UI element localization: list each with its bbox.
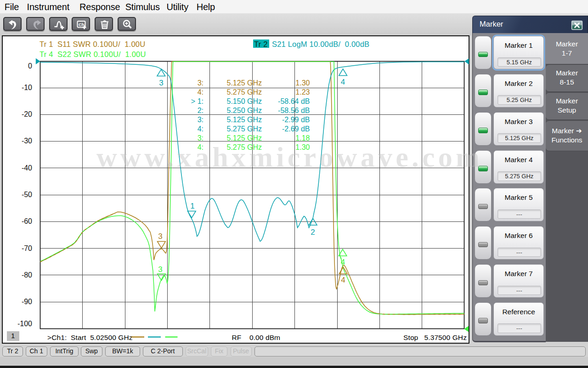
svg-text:2: 2: [311, 228, 315, 237]
svg-text:3: 3: [158, 232, 162, 241]
svg-text:3: 3: [159, 79, 163, 87]
svg-text:4: 4: [341, 78, 345, 86]
svg-text:3: 3: [158, 265, 162, 274]
svg-text:4: 4: [341, 276, 345, 284]
svg-text:4: 4: [341, 258, 345, 266]
svg-text:1: 1: [190, 202, 194, 210]
